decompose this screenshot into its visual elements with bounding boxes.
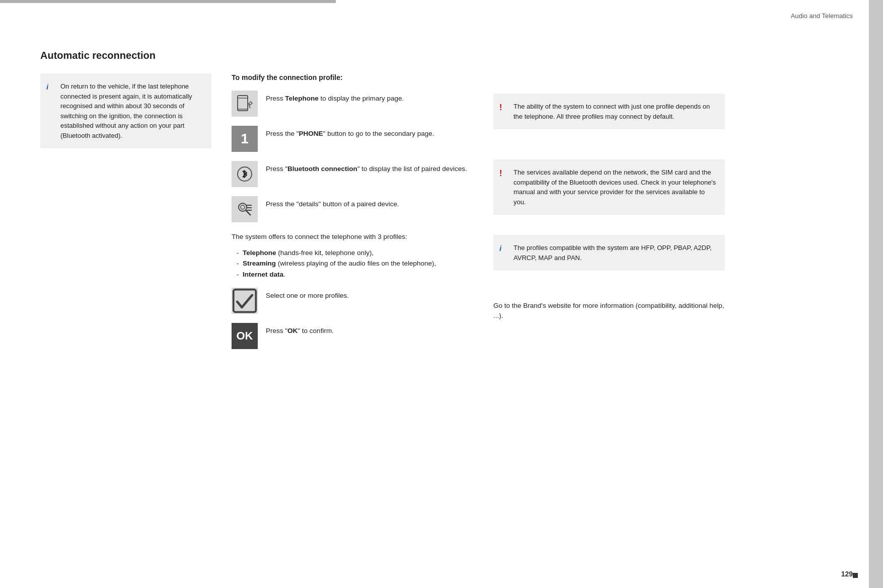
steps-header: To modify the connection profile:	[232, 73, 473, 81]
brand-website-text: Go to the Brand's website for more infor…	[493, 301, 725, 321]
warning-icon-2: !	[499, 167, 502, 180]
warning-text-2: The services available depend on the net…	[513, 169, 716, 206]
step-1-text: Press Telephone to display the primary p…	[266, 91, 404, 104]
profiles-intro: The system offers to connect the telepho…	[232, 231, 473, 242]
step-2-text: Press the "PHONE" button to go to the se…	[266, 126, 434, 139]
step-row-select: Select one or more profiles.	[232, 288, 473, 314]
step-row-2: 1 Press the "PHONE" button to go to the …	[232, 126, 473, 152]
confirm-text: Press "OK" to confirm.	[266, 323, 334, 336]
warning-text-1: The ability of the system to connect wit…	[513, 103, 710, 120]
step-row-1: Press Telephone to display the primary p…	[232, 91, 473, 117]
page-indicator-square	[853, 573, 858, 578]
ok-icon: OK	[232, 323, 258, 349]
page-number-indicator	[853, 573, 858, 578]
page-header: Audio and Telematics	[0, 3, 883, 25]
main-content: Automatic reconnection i On return to th…	[0, 25, 866, 378]
warning-box-1: ! The ability of the system to connect w…	[493, 94, 725, 129]
svg-point-6	[239, 203, 247, 211]
select-profiles-text: Select one or more profiles.	[266, 288, 349, 301]
bluetooth-icon	[232, 161, 258, 187]
profile-internet: Internet data.	[237, 269, 473, 280]
warning-box-2: ! The services available depend on the n…	[493, 159, 725, 215]
two-column-layout: i On return to the vehicle, if the last …	[40, 73, 836, 358]
header-title: Audio and Telematics	[791, 12, 853, 20]
warning-icon-1: !	[499, 102, 502, 114]
page-number: 129	[841, 570, 853, 578]
number-1-icon: 1	[232, 126, 258, 152]
step-row-4: Press the "details" button of a paired d…	[232, 196, 473, 222]
step-row-3: Press "Bluetooth connection" to display …	[232, 161, 473, 187]
step-3-text: Press "Bluetooth connection" to display …	[266, 161, 467, 174]
auto-reconnect-info-box: i On return to the vehicle, if the last …	[40, 73, 211, 148]
left-column: i On return to the vehicle, if the last …	[40, 73, 211, 358]
profile-streaming: Streaming (wireless playing of the audio…	[237, 258, 473, 269]
svg-line-7	[246, 210, 251, 215]
info-box-profiles-text: The profiles compatible with the system …	[513, 244, 712, 262]
search-list-icon	[232, 196, 258, 222]
checkbox-icon	[232, 288, 258, 314]
section-title: Automatic reconnection	[40, 50, 836, 61]
step-row-ok: OK Press "OK" to confirm.	[232, 323, 473, 349]
right-column: ! The ability of the system to connect w…	[493, 73, 725, 358]
info-icon-2: i	[499, 243, 501, 255]
info-box-text: On return to the vehicle, if the last te…	[60, 82, 192, 139]
middle-column: To modify the connection profile: Press …	[232, 73, 473, 358]
svg-point-8	[241, 205, 245, 209]
info-icon: i	[46, 81, 48, 93]
step-4-text: Press the "details" button of a paired d…	[266, 196, 399, 209]
right-sidebar	[869, 0, 883, 588]
info-box-profiles: i The profiles compatible with the syste…	[493, 235, 725, 271]
profiles-list: Telephone (hands-free kit, telephone onl…	[232, 247, 473, 280]
profile-telephone: Telephone (hands-free kit, telephone onl…	[237, 247, 473, 259]
phone-edit-icon	[232, 91, 258, 117]
